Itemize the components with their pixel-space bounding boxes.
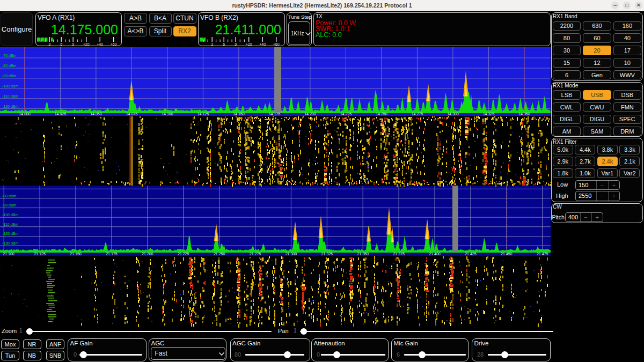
svg-text:14.325: 14.325	[483, 112, 495, 116]
svg-text:14.075: 14.075	[126, 112, 138, 116]
svg-text:-110 dBm: -110 dBm	[2, 94, 18, 98]
svg-text:3: 3	[211, 42, 213, 46]
svg-text:21.425: 21.425	[465, 252, 477, 256]
svg-text:-90 dBm: -90 dBm	[2, 74, 17, 78]
svg-text:-110 dBm: -110 dBm	[2, 223, 18, 226]
svg-text:-70 dBm: -70 dBm	[2, 54, 17, 57]
svg-text:21.400: 21.400	[429, 252, 441, 256]
svg-text:21.175: 21.175	[106, 252, 118, 256]
svg-text:21.300: 21.300	[286, 252, 297, 256]
svg-text:14.300: 14.300	[447, 112, 459, 116]
svg-text:14.350: 14.350	[518, 112, 530, 116]
svg-text:14.000: 14.000	[19, 112, 31, 116]
svg-text:14.225: 14.225	[340, 112, 352, 116]
svg-text:6: 6	[60, 42, 62, 46]
svg-text:3: 3	[48, 42, 50, 46]
svg-text:6: 6	[223, 42, 225, 46]
svg-text:9: 9	[72, 42, 74, 46]
svg-text:21.450: 21.450	[501, 252, 513, 256]
svg-text:21.350: 21.350	[357, 252, 369, 256]
svg-text:21.125: 21.125	[34, 252, 46, 256]
svg-text:+60: +60	[111, 42, 117, 46]
svg-text:-100 dBm: -100 dBm	[2, 213, 19, 217]
svg-text:14.275: 14.275	[412, 112, 423, 116]
svg-text:14.025: 14.025	[55, 112, 67, 116]
svg-text:14.175: 14.175	[269, 112, 281, 116]
svg-text:+60: +60	[273, 42, 280, 46]
svg-text:+20: +20	[83, 42, 90, 46]
svg-text:-100 dBm: -100 dBm	[2, 84, 19, 88]
svg-text:21.150: 21.150	[70, 252, 82, 256]
svg-text:21.225: 21.225	[178, 252, 189, 256]
svg-text:21.100: 21.100	[3, 252, 14, 256]
svg-text:-90 dBm: -90 dBm	[2, 203, 17, 207]
svg-text:21.375: 21.375	[393, 252, 405, 256]
svg-text:+40: +40	[259, 42, 266, 46]
svg-text:14.100: 14.100	[162, 112, 173, 116]
svg-text:+40: +40	[97, 42, 103, 46]
svg-text:+20: +20	[246, 42, 252, 46]
svg-text:21.475: 21.475	[537, 252, 548, 256]
svg-text:-130 dBm: -130 dBm	[2, 241, 19, 245]
svg-text:9: 9	[235, 42, 237, 46]
svg-text:21.250: 21.250	[214, 252, 225, 256]
svg-text:14.250: 14.250	[376, 112, 387, 116]
svg-text:14.150: 14.150	[233, 112, 245, 116]
svg-text:-80 dBm: -80 dBm	[2, 64, 17, 68]
svg-text:-120 dBm: -120 dBm	[2, 105, 19, 108]
svg-text:21.325: 21.325	[321, 252, 333, 256]
svg-text:21.200: 21.200	[142, 252, 153, 256]
svg-text:14.125: 14.125	[197, 112, 209, 116]
svg-text:-80 dBm: -80 dBm	[2, 194, 17, 198]
svg-text:14.200: 14.200	[304, 112, 316, 116]
svg-text:21.275: 21.275	[250, 252, 261, 256]
svg-text:-120 dBm: -120 dBm	[2, 232, 19, 235]
svg-text:14.050: 14.050	[90, 112, 102, 116]
